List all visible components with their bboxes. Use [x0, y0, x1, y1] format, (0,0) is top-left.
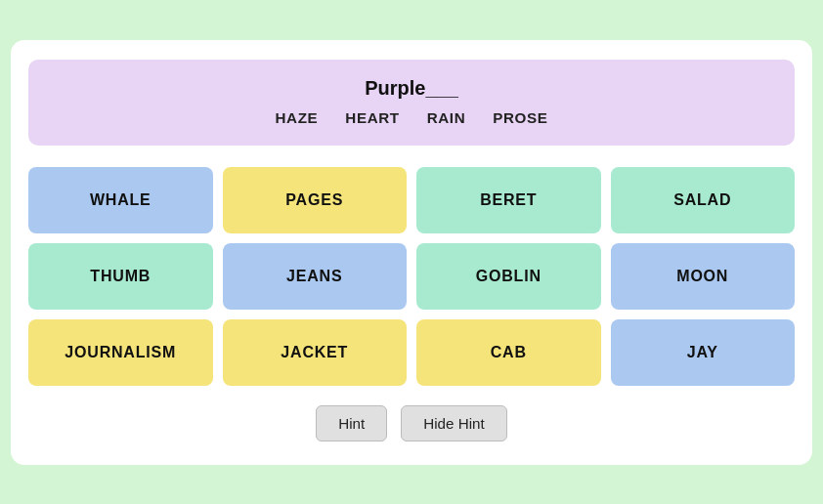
word-cell-jeans[interactable]: JEANS [223, 243, 408, 310]
hide-hint-button[interactable]: Hide Hint [401, 405, 506, 441]
hint-word: HAZE [276, 109, 319, 126]
game-container: Purple___ HAZEHEARTRAINPROSE WHALEPAGESB… [11, 40, 812, 465]
word-cell-moon[interactable]: MOON [611, 243, 796, 310]
buttons-row: Hint Hide Hint [28, 405, 795, 441]
word-cell-beret[interactable]: BERET [416, 167, 601, 233]
hint-word: HEART [345, 109, 399, 126]
word-cell-jay[interactable]: JAY [611, 319, 796, 386]
hint-word: RAIN [427, 109, 466, 126]
hint-button[interactable]: Hint [316, 405, 387, 441]
word-cell-cab[interactable]: CAB [416, 319, 601, 386]
hint-words: HAZEHEARTRAINPROSE [52, 109, 771, 126]
word-cell-thumb[interactable]: THUMB [28, 243, 213, 310]
word-cell-salad[interactable]: SALAD [611, 167, 796, 233]
word-cell-jacket[interactable]: JACKET [223, 319, 408, 386]
word-cell-pages[interactable]: PAGES [223, 167, 408, 233]
word-cell-goblin[interactable]: GOBLIN [416, 243, 601, 310]
hint-title: Purple___ [52, 77, 771, 100]
word-cell-journalism[interactable]: JOURNALISM [28, 319, 213, 386]
word-cell-whale[interactable]: WHALE [28, 167, 213, 233]
hint-word: PROSE [493, 109, 547, 126]
word-grid: WHALEPAGESBERETSALADTHUMBJEANSGOBLINMOON… [28, 167, 795, 386]
hint-box: Purple___ HAZEHEARTRAINPROSE [28, 60, 795, 146]
